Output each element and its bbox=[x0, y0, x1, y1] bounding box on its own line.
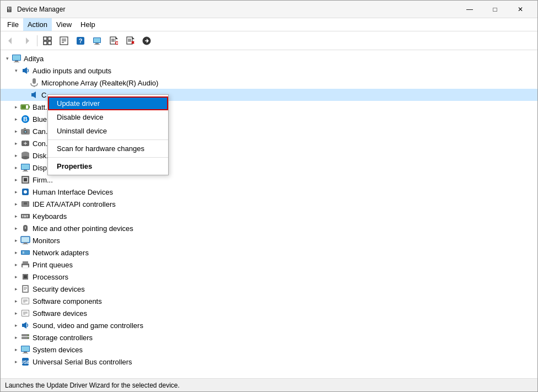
tree-processors[interactable]: ▸ Processors bbox=[1, 271, 537, 283]
usb-icon: USB bbox=[20, 357, 30, 367]
toolbar-separator-1 bbox=[37, 35, 37, 46]
svg-point-51 bbox=[25, 131, 26, 133]
tree-security-label: Security devices bbox=[33, 285, 85, 293]
svg-marker-1 bbox=[26, 37, 29, 44]
expand-root-icon: ▾ bbox=[3, 54, 12, 63]
audio-device-icon bbox=[29, 90, 39, 100]
svg-rect-14 bbox=[94, 44, 100, 45]
expand-softcomp-icon: ▸ bbox=[12, 297, 20, 305]
tree-print[interactable]: ▸ Print queues bbox=[1, 259, 537, 271]
svg-marker-17 bbox=[116, 37, 118, 39]
tree-usb-label: Universal Serial Bus controllers bbox=[33, 358, 132, 366]
tree-storage[interactable]: ▸ Storage controllers bbox=[1, 331, 537, 343]
maximize-button[interactable]: □ bbox=[482, 1, 508, 18]
tree-firmware[interactable]: ▸ Firm... bbox=[1, 174, 537, 186]
toolbar-back-button[interactable] bbox=[3, 33, 18, 49]
tree-network[interactable]: ▸ Network adapters bbox=[1, 246, 537, 259]
device-tree[interactable]: ▾ Aditya ▾ bbox=[1, 50, 537, 378]
svg-text:B: B bbox=[23, 116, 28, 122]
svg-marker-26 bbox=[132, 37, 134, 39]
tree-softcomp-label: Software components bbox=[33, 297, 102, 305]
svg-rect-65 bbox=[24, 178, 27, 181]
tree-software-comp[interactable]: ▸ Software components bbox=[1, 295, 537, 307]
menu-bar: File Action View Help bbox=[1, 18, 537, 31]
device-manager-window: 🖥 Device Manager — □ ✕ File Action View … bbox=[0, 0, 538, 392]
tree-system[interactable]: ▸ System devices bbox=[1, 343, 537, 356]
tree-microphone[interactable]: ▸ Microphone Array (Realtek(R) Audio) bbox=[1, 77, 537, 89]
toolbar-help-button[interactable]: ? bbox=[73, 33, 88, 49]
expand-hid-icon: ▸ bbox=[12, 187, 20, 196]
mic-icon bbox=[29, 78, 39, 88]
tree-security[interactable]: ▸ Security devices bbox=[1, 283, 537, 295]
svg-rect-13 bbox=[95, 43, 99, 44]
expand-usb-icon: ▸ bbox=[12, 357, 20, 366]
toolbar-update-button[interactable] bbox=[139, 33, 154, 49]
ctx-update-driver[interactable]: Update driver bbox=[48, 96, 168, 110]
expand-processors-icon: ▸ bbox=[12, 272, 20, 281]
svg-rect-85 bbox=[23, 244, 28, 244]
minimize-button[interactable]: — bbox=[457, 1, 482, 18]
svg-rect-77 bbox=[22, 217, 23, 218]
close-button[interactable]: ✕ bbox=[508, 1, 533, 18]
expand-ide-icon: ▸ bbox=[12, 200, 20, 208]
software-comp-icon bbox=[20, 296, 30, 306]
expand-softdev-icon: ▸ bbox=[12, 309, 20, 318]
expand-monitors-icon: ▸ bbox=[12, 236, 20, 245]
ctx-scan-label: Scan for hardware changes bbox=[57, 144, 144, 153]
svg-rect-15 bbox=[94, 38, 100, 42]
ctx-update-driver-label: Update driver bbox=[57, 99, 100, 108]
menu-action[interactable]: Action bbox=[23, 18, 52, 31]
tree-ide[interactable]: ▸ IDE ATA/ATAPI controllers bbox=[1, 198, 537, 210]
tree-print-label: Print queues bbox=[33, 261, 73, 269]
tree-hid[interactable]: ▸ Human Interface Devices bbox=[1, 186, 537, 198]
expand-security-icon: ▸ bbox=[12, 284, 20, 293]
tree-hid-label: Human Interface Devices bbox=[33, 188, 113, 196]
ctx-scan-hardware[interactable]: Scan for hardware changes bbox=[48, 142, 168, 155]
ctx-disable-device[interactable]: Disable device bbox=[48, 110, 168, 124]
battery-icon bbox=[20, 102, 30, 112]
toolbar-properties-button[interactable] bbox=[56, 33, 72, 49]
expand-keyboard-icon: ▸ bbox=[12, 212, 20, 221]
tree-mice[interactable]: ▸ Mice and other pointing devices bbox=[1, 222, 537, 234]
expand-network-icon: ▸ bbox=[12, 248, 20, 257]
tree-storage-label: Storage controllers bbox=[33, 334, 93, 342]
svg-rect-75 bbox=[25, 215, 26, 216]
status-text: Launches the Update Driver Wizard for th… bbox=[5, 382, 180, 389]
toolbar: ? bbox=[1, 31, 537, 50]
tree-software-dev[interactable]: ▸ Software devices bbox=[1, 307, 537, 319]
mouse-icon bbox=[20, 223, 30, 233]
svg-rect-61 bbox=[24, 170, 27, 171]
tree-root[interactable]: ▾ Aditya bbox=[1, 52, 537, 65]
svg-rect-99 bbox=[24, 288, 27, 289]
svg-rect-117 bbox=[21, 346, 29, 351]
tree-sound[interactable]: ▸ Sound, video and game controllers bbox=[1, 319, 537, 331]
menu-view[interactable]: View bbox=[52, 18, 76, 31]
toolbar-computer-button[interactable] bbox=[89, 33, 105, 49]
sound-icon bbox=[20, 320, 30, 330]
toolbar-add-button[interactable] bbox=[106, 33, 121, 49]
ctx-separator-1 bbox=[48, 139, 168, 140]
toolbar-remove-button[interactable] bbox=[122, 33, 138, 49]
menu-file[interactable]: File bbox=[3, 18, 23, 31]
ctx-disable-label: Disable device bbox=[57, 113, 104, 121]
hid-icon bbox=[20, 187, 30, 197]
svg-rect-4 bbox=[44, 41, 47, 45]
tree-monitors[interactable]: ▸ Monitors bbox=[1, 234, 537, 246]
tree-keyboards[interactable]: ▸ Keyboards bbox=[1, 210, 537, 222]
ctx-properties-label: Properties bbox=[57, 162, 92, 170]
svg-rect-92 bbox=[23, 265, 28, 268]
main-content: ▾ Aditya ▾ bbox=[1, 50, 537, 378]
expand-disk-icon: ▸ bbox=[12, 151, 20, 160]
expand-system-icon: ▸ bbox=[12, 345, 20, 354]
tree-usb[interactable]: ▸ USB Universal Serial Bus controllers bbox=[1, 356, 537, 368]
menu-help[interactable]: Help bbox=[76, 18, 100, 31]
svg-rect-74 bbox=[24, 215, 25, 216]
svg-rect-76 bbox=[27, 215, 28, 216]
toolbar-forward-button[interactable] bbox=[19, 33, 35, 49]
ctx-uninstall-device[interactable]: Uninstall device bbox=[48, 124, 168, 138]
toolbar-show-hidden-button[interactable] bbox=[40, 33, 55, 49]
tree-firmware-label: Firm... bbox=[33, 176, 53, 184]
ctx-properties[interactable]: Properties bbox=[48, 159, 168, 173]
tree-audio-inputs[interactable]: ▾ Audio inputs and outputs bbox=[1, 65, 537, 77]
tree-microphone-label: Microphone Array (Realtek(R) Audio) bbox=[41, 79, 158, 87]
